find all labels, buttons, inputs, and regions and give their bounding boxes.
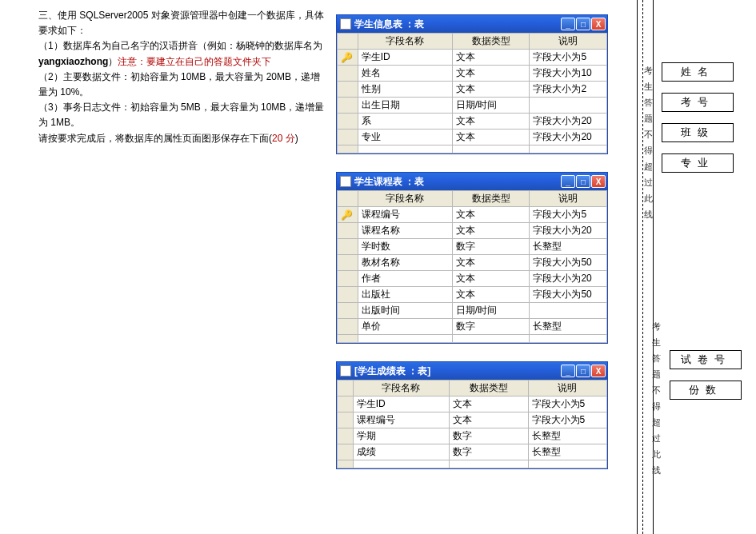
field-desc-cell[interactable]: 长整型 <box>528 444 607 460</box>
field-desc-cell[interactable]: 字段大小为5 <box>528 412 607 428</box>
field-name-cell[interactable]: 系 <box>358 114 452 130</box>
field-name-cell[interactable]: 学生ID <box>358 50 452 66</box>
row-selector[interactable] <box>338 98 358 114</box>
table-row[interactable]: 性别文本字段大小为2 <box>338 82 607 98</box>
table-row[interactable]: 姓名文本字段大小为10 <box>338 66 607 82</box>
empty-row[interactable] <box>338 145 607 153</box>
row-selector[interactable] <box>338 319 358 335</box>
row-selector[interactable] <box>338 412 354 428</box>
field-desc-cell[interactable]: 长整型 <box>530 319 607 335</box>
row-selector[interactable] <box>338 130 358 145</box>
field-type-cell[interactable]: 文本 <box>452 223 530 239</box>
maximize-button[interactable]: □ <box>576 365 590 377</box>
window-titlebar[interactable]: 学生课程表 ：表_□X <box>337 173 607 190</box>
field-name-cell[interactable]: 姓名 <box>358 66 452 82</box>
row-selector[interactable] <box>338 303 358 319</box>
table-row[interactable]: 系文本字段大小为20 <box>338 114 607 130</box>
row-selector[interactable] <box>338 444 354 460</box>
empty-row[interactable] <box>338 460 607 468</box>
field-type-cell[interactable]: 文本 <box>452 82 530 98</box>
field-type-cell[interactable]: 数字 <box>450 428 528 444</box>
close-button[interactable]: X <box>591 365 606 377</box>
table-row[interactable]: 出版时间日期/时间 <box>338 303 607 319</box>
table-row[interactable]: 专业文本字段大小为20 <box>338 130 607 145</box>
close-button[interactable]: X <box>591 18 606 30</box>
row-selector[interactable] <box>338 239 358 255</box>
row-selector[interactable] <box>338 114 358 130</box>
table-row[interactable]: 🔑学生ID文本字段大小为5 <box>338 50 607 66</box>
row-selector[interactable] <box>338 255 358 271</box>
field-name-cell[interactable]: 学生ID <box>353 397 449 412</box>
field-type-cell[interactable]: 文本 <box>452 207 530 223</box>
empty-row[interactable] <box>338 335 607 343</box>
row-selector[interactable] <box>338 82 358 98</box>
field-name-cell[interactable]: 出版社 <box>358 287 452 303</box>
field-type-cell[interactable]: 文本 <box>452 114 530 130</box>
table-row[interactable]: 课程编号文本字段大小为5 <box>338 412 607 428</box>
field-type-cell[interactable]: 日期/时间 <box>452 98 530 114</box>
field-desc-cell[interactable]: 字段大小为20 <box>530 271 607 287</box>
field-desc-cell[interactable]: 字段大小为5 <box>530 207 607 223</box>
field-table[interactable]: 字段名称数据类型说明🔑学生ID文本字段大小为5姓名文本字段大小为10性别文本字段… <box>337 33 607 153</box>
field-name-cell[interactable]: 课程编号 <box>358 207 452 223</box>
field-name-cell[interactable]: 性别 <box>358 82 452 98</box>
field-name-cell[interactable]: 作者 <box>358 271 452 287</box>
field-type-cell[interactable]: 文本 <box>452 130 530 145</box>
table-row[interactable]: 课程名称文本字段大小为20 <box>338 223 607 239</box>
table-row[interactable]: 作者文本字段大小为20 <box>338 271 607 287</box>
field-name-cell[interactable]: 教材名称 <box>358 255 452 271</box>
field-name-cell[interactable]: 学时数 <box>358 239 452 255</box>
field-desc-cell[interactable]: 字段大小为10 <box>530 66 607 82</box>
table-row[interactable]: 单价数字长整型 <box>338 319 607 335</box>
table-row[interactable]: 🔑课程编号文本字段大小为5 <box>338 207 607 223</box>
field-desc-cell[interactable]: 字段大小为20 <box>530 114 607 130</box>
field-type-cell[interactable]: 文本 <box>450 412 528 428</box>
field-desc-cell[interactable]: 长整型 <box>528 428 607 444</box>
field-name-cell[interactable]: 课程名称 <box>358 223 452 239</box>
maximize-button[interactable]: □ <box>576 175 590 188</box>
field-type-cell[interactable]: 文本 <box>452 66 530 82</box>
field-type-cell[interactable]: 日期/时间 <box>452 303 530 319</box>
field-desc-cell[interactable] <box>530 303 607 319</box>
row-selector[interactable]: 🔑 <box>338 50 358 66</box>
row-selector[interactable] <box>338 428 354 444</box>
field-desc-cell[interactable]: 字段大小为2 <box>530 82 607 98</box>
field-desc-cell[interactable]: 字段大小为5 <box>530 50 607 66</box>
field-name-cell[interactable]: 课程编号 <box>353 412 449 428</box>
field-name-cell[interactable]: 学期 <box>353 428 449 444</box>
field-type-cell[interactable]: 数字 <box>452 239 530 255</box>
field-desc-cell[interactable]: 字段大小为20 <box>530 130 607 145</box>
window-titlebar[interactable]: [学生成绩表 ：表]_□X <box>337 362 607 380</box>
field-type-cell[interactable]: 文本 <box>452 287 530 303</box>
field-name-cell[interactable]: 成绩 <box>353 444 449 460</box>
row-selector[interactable]: 🔑 <box>338 207 358 223</box>
field-type-cell[interactable]: 文本 <box>452 255 530 271</box>
table-row[interactable]: 出版社文本字段大小为50 <box>338 287 607 303</box>
row-selector[interactable] <box>338 66 358 82</box>
field-desc-cell[interactable] <box>530 98 607 114</box>
table-row[interactable]: 出生日期日期/时间 <box>338 98 607 114</box>
row-selector[interactable] <box>338 287 358 303</box>
field-name-cell[interactable]: 出生日期 <box>358 98 452 114</box>
table-row[interactable]: 学生ID文本字段大小为5 <box>338 397 607 412</box>
maximize-button[interactable]: □ <box>576 18 590 30</box>
row-selector[interactable] <box>338 397 354 412</box>
table-row[interactable]: 学期数字长整型 <box>338 428 607 444</box>
field-name-cell[interactable]: 出版时间 <box>358 303 452 319</box>
window-titlebar[interactable]: 学生信息表 ：表_□X <box>337 15 607 33</box>
field-table[interactable]: 字段名称数据类型说明学生ID文本字段大小为5课程编号文本字段大小为5学期数字长整… <box>337 380 607 468</box>
field-type-cell[interactable]: 数字 <box>452 319 530 335</box>
table-row[interactable]: 学时数数字长整型 <box>338 239 607 255</box>
field-type-cell[interactable]: 文本 <box>450 397 528 412</box>
minimize-button[interactable]: _ <box>561 175 575 188</box>
field-desc-cell[interactable]: 字段大小为20 <box>530 223 607 239</box>
close-button[interactable]: X <box>591 175 606 188</box>
field-table[interactable]: 字段名称数据类型说明🔑课程编号文本字段大小为5课程名称文本字段大小为20学时数数… <box>337 190 607 343</box>
field-type-cell[interactable]: 文本 <box>452 50 530 66</box>
row-selector[interactable] <box>338 271 358 287</box>
minimize-button[interactable]: _ <box>561 365 575 377</box>
field-name-cell[interactable]: 专业 <box>358 130 452 145</box>
table-row[interactable]: 成绩数字长整型 <box>338 444 607 460</box>
minimize-button[interactable]: _ <box>561 18 575 30</box>
field-desc-cell[interactable]: 字段大小为50 <box>530 255 607 271</box>
